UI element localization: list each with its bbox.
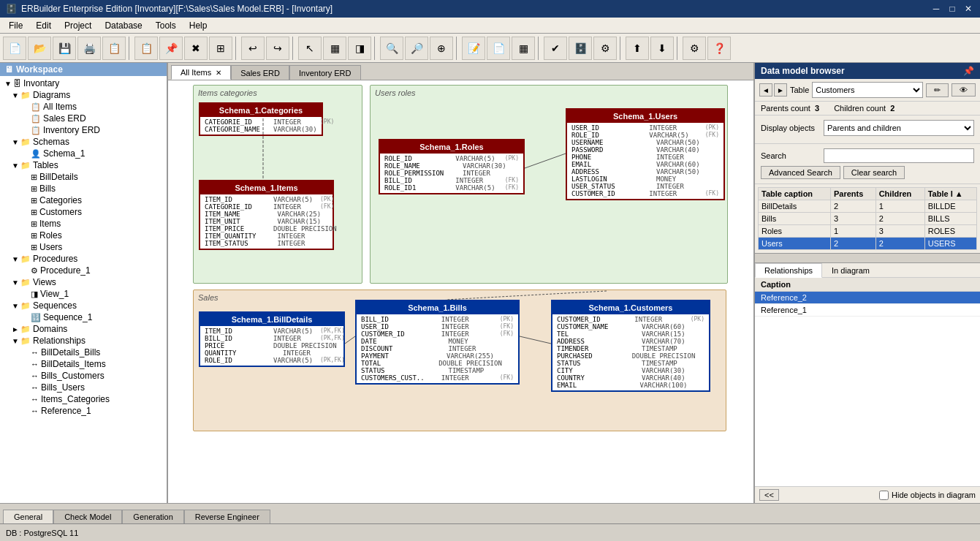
expand-diagrams[interactable]: ▼ bbox=[10, 91, 20, 99]
view-table-button[interactable]: 👁 bbox=[951, 83, 976, 97]
tab-allitems[interactable]: All Items ✕ bbox=[171, 65, 231, 80]
tree-node-itemscategories[interactable]: ↔ Items_Categories bbox=[0, 393, 167, 405]
h-scrollbar[interactable] bbox=[755, 253, 980, 263]
er-table-billdetails[interactable]: Schema_1.BillDetails ITEM_IDVARCHAR(5)(P… bbox=[199, 311, 345, 367]
save-button[interactable]: 💾 bbox=[53, 37, 76, 60]
zoom-fit-button[interactable]: ⊕ bbox=[430, 37, 453, 60]
nav-back-button[interactable]: ◄ bbox=[759, 83, 772, 97]
minimize-button[interactable]: ─ bbox=[930, 4, 942, 14]
search-input[interactable] bbox=[824, 148, 974, 163]
diagram-canvas[interactable]: Items categories Users roles Sales Schem… bbox=[168, 80, 753, 503]
generate-button[interactable]: ⚙ bbox=[593, 37, 617, 60]
expand-sequences[interactable]: ▼ bbox=[10, 302, 20, 310]
undo-button[interactable]: ↩ bbox=[241, 37, 265, 60]
tab-in-diagram[interactable]: In diagram bbox=[822, 263, 879, 277]
rel-item-reference2[interactable]: Reference_2 bbox=[755, 292, 980, 304]
redo-button[interactable]: ↪ bbox=[266, 37, 289, 60]
bottom-tab-reverseengineer[interactable]: Reverse Engineer bbox=[184, 510, 270, 523]
bottom-tab-general[interactable]: General bbox=[3, 510, 53, 523]
tree-node-diagrams[interactable]: ▼ 📁 Diagrams bbox=[0, 89, 167, 101]
tree-node-billdetails[interactable]: ⊞ BillDetails bbox=[0, 171, 167, 183]
zoom-in-button[interactable]: 🔍 bbox=[380, 37, 403, 60]
close-button[interactable]: ✕ bbox=[962, 4, 974, 14]
expand-tables[interactable]: ▼ bbox=[10, 162, 20, 170]
doc-button[interactable]: 📄 bbox=[487, 37, 510, 60]
tab-saleserd[interactable]: Sales ERD bbox=[231, 65, 289, 80]
tree-node-inventoryerd[interactable]: 📋 Inventory ERD bbox=[0, 124, 167, 136]
import-button[interactable]: ⬆ bbox=[626, 37, 649, 60]
tree-node-roles[interactable]: ⊞ Roles bbox=[0, 230, 167, 241]
expand-schemas[interactable]: ▼ bbox=[10, 138, 20, 146]
er-table-bills[interactable]: Schema_1.Bills BILL_IDINTEGER(PK) USER_I… bbox=[355, 300, 520, 385]
er-table-categories[interactable]: Schema_1.Categories CATEGORIE_IDINTEGER(… bbox=[199, 102, 323, 136]
copy-button[interactable]: 📋 bbox=[134, 37, 158, 60]
help-button[interactable]: ❓ bbox=[707, 37, 731, 60]
menu-edit[interactable]: Edit bbox=[30, 19, 57, 32]
table-row-billdetails[interactable]: BillDetails 2 1 BILLDE bbox=[759, 200, 977, 213]
bottom-tab-generation[interactable]: Generation bbox=[122, 510, 183, 523]
advanced-search-button[interactable]: Advanced Search bbox=[761, 166, 840, 179]
table-button[interactable]: ▦ bbox=[323, 37, 346, 60]
view-button[interactable]: ◨ bbox=[348, 37, 371, 60]
tree-node-schemas[interactable]: ▼ 📁 Schemas bbox=[0, 136, 167, 148]
delete-button[interactable]: ✖ bbox=[184, 37, 208, 60]
tree-node-billdetailsitems[interactable]: ↔ BillDetails_Items bbox=[0, 358, 167, 370]
bottom-tab-checkmodel[interactable]: Check Model bbox=[53, 510, 122, 523]
display-objects-select[interactable]: Parents and children Parents only Childr… bbox=[824, 120, 974, 136]
table-select[interactable]: Customers BillDetails Bills Categories I… bbox=[812, 82, 923, 98]
export-button[interactable]: ⬇ bbox=[650, 37, 674, 60]
preview-button[interactable]: 📋 bbox=[102, 37, 126, 60]
tree-node-items[interactable]: ⊞ Items bbox=[0, 218, 167, 230]
tree-node-users[interactable]: ⊞ Users bbox=[0, 241, 167, 253]
add-table-button[interactable]: ⊞ bbox=[209, 37, 232, 60]
expand-views[interactable]: ▼ bbox=[10, 279, 20, 287]
tab-allitems-close[interactable]: ✕ bbox=[216, 69, 221, 77]
tree-node-billsusers[interactable]: ↔ Bills_Users bbox=[0, 382, 167, 393]
table-row-users[interactable]: Users 2 2 USERS bbox=[759, 238, 977, 250]
paste-button[interactable]: 📌 bbox=[159, 37, 183, 60]
grid-button[interactable]: ▦ bbox=[512, 37, 535, 60]
rel-item-reference1[interactable]: Reference_1 bbox=[755, 304, 980, 317]
tree-node-procedures[interactable]: ▼ 📁 Procedures bbox=[0, 253, 167, 265]
menu-help[interactable]: Help bbox=[183, 19, 213, 32]
menu-project[interactable]: Project bbox=[58, 19, 97, 32]
er-table-roles[interactable]: Schema_1.Roles ROLE_IDVARCHAR(5)(PK) ROL… bbox=[379, 139, 525, 194]
menu-tools[interactable]: Tools bbox=[150, 19, 182, 32]
er-table-items[interactable]: Schema_1.Items ITEM_IDVARCHAR(5)(PK) CAT… bbox=[199, 180, 334, 250]
settings-button[interactable]: ⚙ bbox=[683, 37, 706, 60]
tree-node-reference1[interactable]: ↔ Reference_1 bbox=[0, 405, 167, 417]
expand-procedures[interactable]: ▼ bbox=[10, 255, 20, 263]
tree-node-tables[interactable]: ▼ 📁 Tables bbox=[0, 159, 167, 171]
tree-node-sequence1[interactable]: 🔢 Sequence_1 bbox=[0, 311, 167, 323]
title-controls[interactable]: ─ □ ✕ bbox=[930, 4, 974, 14]
table-row-roles[interactable]: Roles 1 3 ROLES bbox=[759, 225, 977, 238]
edit-table-button[interactable]: ✏ bbox=[926, 83, 949, 97]
rel-nav-prev[interactable]: << bbox=[759, 489, 779, 501]
tree-node-views[interactable]: ▼ 📁 Views bbox=[0, 276, 167, 288]
erd-container[interactable]: Items categories Users roles Sales Schem… bbox=[168, 80, 753, 503]
clear-search-button[interactable]: Clear search bbox=[843, 166, 905, 179]
hide-objects-checkbox[interactable] bbox=[879, 491, 889, 500]
hide-objects-option[interactable]: Hide objects in diagram bbox=[879, 491, 976, 500]
er-table-users[interactable]: Schema_1.Users USER_IDINTEGER(PK) ROLE_I… bbox=[566, 108, 725, 200]
tree-node-view1[interactable]: ◨ View_1 bbox=[0, 288, 167, 300]
tree-node-relationships[interactable]: ▼ 📁 Relationships bbox=[0, 335, 167, 347]
menu-file[interactable]: File bbox=[3, 19, 29, 32]
maximize-button[interactable]: □ bbox=[946, 4, 958, 14]
print-button[interactable]: 🖨️ bbox=[77, 37, 101, 60]
nav-forward-button[interactable]: ► bbox=[774, 83, 787, 97]
tree-node-schema1[interactable]: 👤 Schema_1 bbox=[0, 148, 167, 159]
tree-node-categories[interactable]: ⊞ Categories bbox=[0, 194, 167, 206]
tree-node-saleserd[interactable]: 📋 Sales ERD bbox=[0, 113, 167, 124]
table-row-bills[interactable]: Bills 3 2 BILLS bbox=[759, 213, 977, 225]
tab-inventoryerd[interactable]: Inventory ERD bbox=[289, 65, 361, 80]
tree-node-billscustomers[interactable]: ↔ Bills_Customers bbox=[0, 370, 167, 382]
tab-relationships[interactable]: Relationships bbox=[755, 263, 822, 278]
notes-button[interactable]: 📝 bbox=[462, 37, 485, 60]
new-button[interactable]: 📄 bbox=[3, 37, 26, 60]
tree-node-invontary[interactable]: ▼ 🗄 Invontary bbox=[0, 77, 167, 89]
expand-relationships[interactable]: ▼ bbox=[10, 337, 20, 345]
zoom-out-button[interactable]: 🔎 bbox=[405, 37, 428, 60]
er-table-customers[interactable]: Schema_1.Customers CUSTOMER_IDINTEGER(PK… bbox=[551, 300, 710, 392]
tree-node-customers[interactable]: ⊞ Customers bbox=[0, 206, 167, 218]
